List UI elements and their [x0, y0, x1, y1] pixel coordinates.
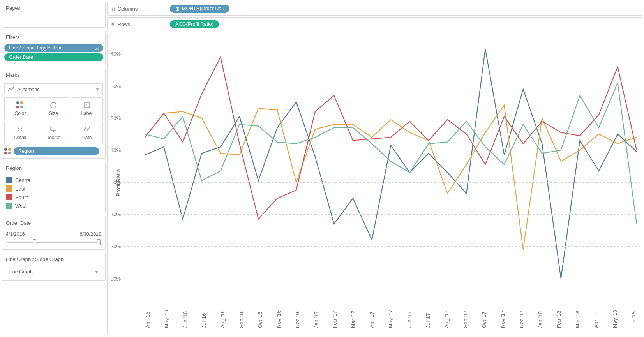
mark-color-button[interactable]: Color: [4, 97, 36, 120]
legend-panel: Region CentralEastSouthWest: [2, 162, 106, 213]
x-tick: Apr '16: [145, 298, 151, 328]
x-tick: Aug '17: [444, 298, 450, 328]
x-tick: Jul '17: [425, 298, 431, 328]
x-tick: Jun '17: [406, 298, 412, 328]
y-tick: 40%: [104, 51, 121, 57]
region-pill[interactable]: Region: [14, 147, 99, 155]
mark-detail-button[interactable]: Detail: [4, 122, 36, 144]
line-icon: [8, 86, 14, 92]
rows-shelf[interactable]: ≡ Rows AGG(Profit Ratio): [107, 17, 642, 31]
legend-item[interactable]: West: [6, 201, 101, 210]
marks-title: Marks: [2, 69, 105, 81]
y-tick: 0%: [104, 179, 121, 185]
filter-pill[interactable]: Line / Slope Toggle: True△: [4, 44, 103, 52]
svg-point-4: [21, 127, 22, 129]
date-end: 6/30/2018: [79, 231, 101, 237]
chart[interactable]: Profit Ratio -30%-20%-10%0%10%20%30%40% …: [107, 33, 642, 335]
date-filter-title: Order Date: [2, 217, 105, 229]
rows-label: Rows: [118, 21, 131, 27]
mark-size-button[interactable]: Size: [38, 97, 70, 120]
series-south[interactable]: [145, 57, 637, 219]
y-tick: 30%: [104, 83, 121, 89]
y-tick: -20%: [104, 243, 121, 249]
x-tick: Jun '18: [631, 298, 637, 328]
slider-handle-start[interactable]: [33, 239, 36, 245]
x-tick: Mar '17: [350, 298, 356, 328]
caret-down-icon: ▼: [95, 270, 99, 274]
x-tick: Dec '16: [295, 298, 300, 328]
x-tick: May '16: [164, 298, 169, 328]
y-tick: 10%: [104, 147, 121, 153]
y-tick: -30%: [104, 275, 121, 281]
marks-type-label: Automatic: [17, 86, 40, 92]
svg-point-0: [51, 102, 56, 108]
svg-point-5: [18, 130, 19, 131]
columns-label: Columns: [118, 6, 138, 12]
filters-panel: Filters Line / Slope Toggle: True△Order …: [2, 31, 106, 65]
date-slider[interactable]: [7, 238, 101, 246]
filter-pill[interactable]: Order Date: [4, 53, 103, 61]
series-east[interactable]: [145, 105, 637, 250]
x-tick: Sep '16: [238, 298, 244, 328]
columns-shelf[interactable]: iii Columns ⊞ MONTH(Order Da..: [107, 2, 642, 16]
legend-item[interactable]: Central: [6, 176, 101, 184]
series-west[interactable]: [145, 83, 637, 224]
marks-type-selector[interactable]: Automatic ▼: [4, 83, 103, 95]
x-tick: Nov '17: [500, 298, 506, 328]
x-tick: Jun '16: [182, 298, 188, 328]
x-tick: Dec '17: [519, 298, 524, 328]
x-tick: May '18: [612, 298, 618, 328]
svg-text:T: T: [86, 103, 88, 107]
x-tick: Oct '16: [257, 298, 263, 328]
graph-select-title: Line Graph / Slope Graph: [2, 253, 105, 265]
legend-item[interactable]: South: [6, 193, 101, 201]
rows-pill[interactable]: AGG(Profit Ratio): [170, 20, 219, 28]
caret-down-icon: ▼: [95, 87, 99, 92]
date-filter-panel: Order Date 4/1/2016 6/30/2018: [2, 217, 106, 250]
graph-type-panel: Line Graph / Slope Graph Line Graph ▼: [2, 253, 106, 281]
mark-label-button[interactable]: TLabel: [71, 97, 103, 120]
x-tick: Jan '17: [313, 298, 319, 328]
y-tick: -10%: [104, 212, 121, 217]
legend-title: Region: [2, 162, 105, 174]
marks-panel: Marks Automatic ▼ ColorSizeTLabelDetailT…: [2, 69, 106, 159]
filters-title: Filters: [2, 31, 105, 43]
x-tick: May '17: [388, 298, 393, 328]
x-tick: Apr '17: [369, 298, 375, 328]
x-tick: Apr '18: [593, 298, 599, 328]
x-tick: Jul '16: [201, 298, 207, 328]
color-legend-icon: [4, 148, 11, 154]
svg-point-6: [21, 130, 22, 131]
date-start: 4/1/2016: [6, 231, 25, 237]
x-tick: Aug '16: [220, 298, 226, 328]
slider-handle-end[interactable]: [97, 239, 101, 245]
legend-item[interactable]: East: [6, 184, 101, 193]
svg-rect-7: [51, 127, 56, 131]
x-tick: Nov '16: [276, 298, 282, 328]
columns-pill[interactable]: ⊞ MONTH(Order Da..: [170, 5, 229, 13]
pages-panel: Pages: [2, 2, 106, 28]
y-tick: 20%: [104, 115, 121, 121]
x-tick: Feb '17: [332, 298, 338, 328]
x-tick: Feb '18: [556, 298, 562, 328]
graph-type-select[interactable]: Line Graph ▼: [5, 267, 102, 277]
mark-path-button[interactable]: Path: [71, 122, 103, 144]
x-tick: Sep '17: [462, 298, 468, 328]
svg-point-3: [18, 127, 19, 129]
pages-title: Pages: [2, 2, 105, 14]
mark-tooltip-button[interactable]: Tooltip: [38, 122, 70, 144]
rows-icon: ≡: [111, 21, 115, 27]
x-tick: Mar '18: [575, 298, 580, 328]
series-central[interactable]: [145, 49, 637, 279]
x-tick: Oct '17: [481, 298, 487, 328]
x-tick: Jan '18: [537, 298, 543, 328]
columns-icon: iii: [111, 6, 115, 12]
